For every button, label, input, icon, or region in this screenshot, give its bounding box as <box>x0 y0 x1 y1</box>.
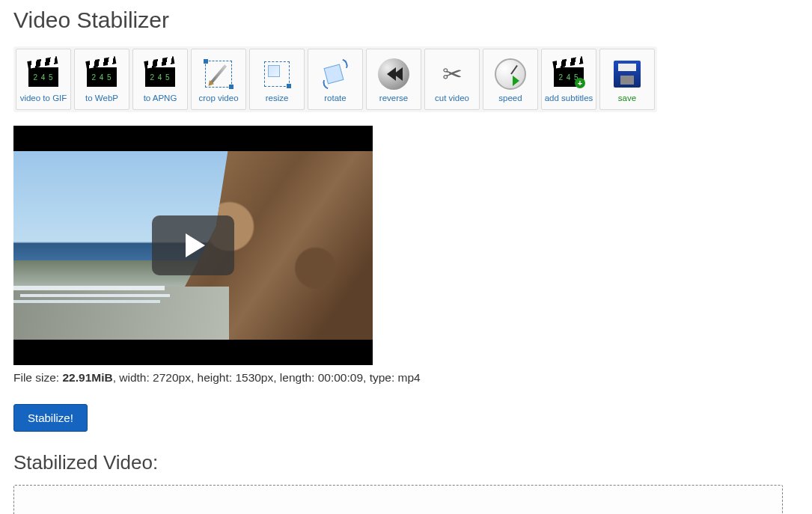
floppy-disk-icon <box>611 58 644 91</box>
subtitles-icon: 2 4 5 + <box>552 58 585 91</box>
tool-label: add subtitles <box>545 94 593 103</box>
tool-label: reverse <box>379 94 408 103</box>
tool-to-webp[interactable]: 2 4 5 to WebP <box>74 49 129 110</box>
play-icon <box>186 233 205 257</box>
tool-add-subtitles[interactable]: 2 4 5 + add subtitles <box>541 49 596 110</box>
tool-save[interactable]: save <box>599 49 655 110</box>
resize-icon <box>260 58 293 91</box>
tool-label: rotate <box>324 94 346 103</box>
tool-to-apng[interactable]: 2 4 5 to APNG <box>132 49 188 110</box>
file-info-rest: , width: 2720px, height: 1530px, length:… <box>113 371 421 384</box>
tool-label: cut video <box>435 94 469 103</box>
result-dropzone <box>13 485 783 514</box>
rotate-icon <box>319 58 352 91</box>
tool-label: to APNG <box>144 94 177 103</box>
tool-reverse[interactable]: reverse <box>366 49 421 110</box>
reverse-icon <box>377 58 410 91</box>
tool-label: video to GIF <box>20 94 67 103</box>
tool-cut-video[interactable]: ✂ cut video <box>424 49 480 110</box>
tool-resize[interactable]: resize <box>249 49 305 110</box>
tool-crop-video[interactable]: crop video <box>191 49 246 110</box>
result-heading: Stabilized Video: <box>13 451 799 474</box>
tool-video-to-gif[interactable]: 2 4 5 video to GIF <box>16 49 71 110</box>
file-info: File size: 22.91MiB, width: 2720px, heig… <box>13 371 799 385</box>
tool-label: to WebP <box>85 94 118 103</box>
page-title: Video Stabilizer <box>13 7 799 33</box>
toolbar: 2 4 5 video to GIF 2 4 5 to WebP 2 4 5 t… <box>13 46 657 112</box>
tool-label: resize <box>266 94 289 103</box>
tool-speed[interactable]: speed <box>483 49 538 110</box>
clapper-icon: 2 4 5 <box>85 58 118 91</box>
clapper-icon: 2 4 5 <box>144 58 177 91</box>
clapper-icon: 2 4 5 <box>27 58 60 91</box>
file-size-value: 22.91MiB <box>62 371 112 384</box>
tool-label: crop video <box>198 94 238 103</box>
tool-label: speed <box>498 94 522 103</box>
crop-icon <box>202 58 235 91</box>
play-button[interactable] <box>152 215 234 275</box>
tool-rotate[interactable]: rotate <box>308 49 363 110</box>
video-preview <box>13 126 373 365</box>
stabilize-button[interactable]: Stabilize! <box>13 404 88 432</box>
scissors-icon: ✂ <box>436 58 468 91</box>
stopwatch-icon <box>494 58 527 91</box>
tool-label: save <box>618 94 636 103</box>
file-info-label: File size: <box>13 371 62 384</box>
